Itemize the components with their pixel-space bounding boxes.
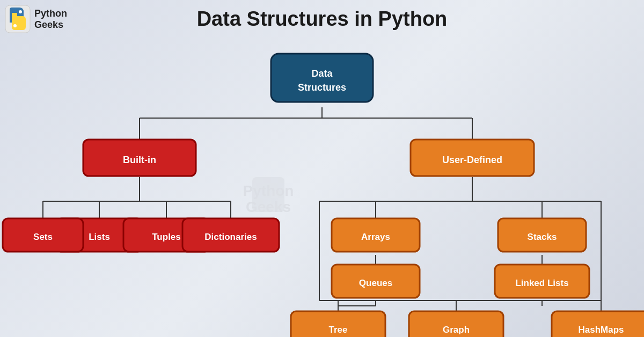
diagram: Python Geeks Data bbox=[0, 43, 644, 337]
svg-text:Dictionaries: Dictionaries bbox=[204, 232, 257, 242]
svg-text:Data: Data bbox=[311, 68, 333, 79]
node-graph: Graph bbox=[409, 311, 503, 337]
node-linked-lists: Linked Lists bbox=[495, 265, 589, 298]
page-title: Data Structures in Python bbox=[0, 8, 644, 31]
svg-text:Arrays: Arrays bbox=[361, 232, 390, 242]
svg-text:Sets: Sets bbox=[33, 232, 53, 242]
node-stacks: Stacks bbox=[498, 218, 586, 252]
node-sets: Sets bbox=[3, 218, 83, 252]
node-tree: Tree bbox=[291, 311, 385, 337]
node-user-defined: User-Defined bbox=[411, 140, 534, 176]
node-builtin: Built-in bbox=[83, 140, 196, 176]
node-queues: Queues bbox=[332, 265, 420, 298]
svg-text:Geeks: Geeks bbox=[246, 199, 291, 215]
svg-text:Tree: Tree bbox=[329, 325, 348, 335]
svg-text:Linked Lists: Linked Lists bbox=[515, 278, 568, 288]
svg-text:Tuples: Tuples bbox=[152, 232, 181, 242]
svg-text:User-Defined: User-Defined bbox=[442, 155, 502, 165]
svg-text:Structures: Structures bbox=[298, 82, 346, 93]
svg-text:Python: Python bbox=[243, 182, 294, 199]
svg-text:Queues: Queues bbox=[359, 278, 392, 288]
svg-text:HashMaps: HashMaps bbox=[578, 325, 624, 335]
svg-text:Graph: Graph bbox=[443, 325, 470, 335]
svg-text:Built-in: Built-in bbox=[123, 155, 156, 165]
node-hashmaps: HashMaps bbox=[552, 311, 644, 337]
node-dictionaries: Dictionaries bbox=[182, 218, 279, 252]
node-data-structures: Data Structures bbox=[271, 54, 373, 102]
svg-text:Lists: Lists bbox=[89, 232, 110, 242]
node-arrays: Arrays bbox=[332, 218, 420, 252]
svg-text:Stacks: Stacks bbox=[528, 232, 557, 242]
